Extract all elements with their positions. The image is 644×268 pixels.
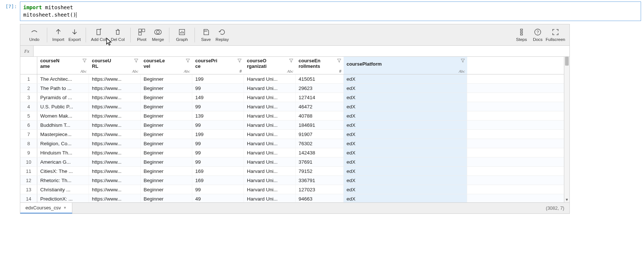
column-header-courseURL[interactable]: courseURL Abc: [89, 57, 141, 74]
fullscreen-button[interactable]: Fullscreen: [546, 25, 565, 45]
row-index[interactable]: 8: [20, 139, 37, 148]
cell-courseLevel[interactable]: Beginner: [141, 93, 192, 102]
filter-icon[interactable]: [461, 58, 465, 64]
cell-coursePlatform[interactable]: edX: [344, 111, 467, 120]
cell-courseLevel[interactable]: Beginner: [141, 102, 192, 111]
row-index[interactable]: 11: [20, 167, 37, 175]
cell-courseName[interactable]: American G...: [37, 157, 89, 166]
cell-courseEnrollments[interactable]: 127023: [296, 185, 344, 194]
cell-courseURL[interactable]: https://www...: [89, 93, 141, 102]
scrollbar-down-arrow[interactable]: ▼: [565, 198, 569, 202]
row-index[interactable]: 12: [20, 176, 37, 185]
cell-courseLevel[interactable]: Beginner: [141, 176, 192, 185]
cell-coursePrice[interactable]: 169: [192, 167, 244, 175]
cell-courseName[interactable]: Rhetoric: Th...: [37, 176, 89, 185]
cell-courseLevel[interactable]: Beginner: [141, 74, 192, 83]
cell-coursePlatform[interactable]: edX: [344, 148, 467, 157]
cell-courseOrganization[interactable]: Harvard Uni...: [244, 157, 296, 166]
cell-courseName[interactable]: CitiesX: The ...: [37, 167, 89, 175]
table-row[interactable]: 7Masterpiece...https://www...Beginner199…: [20, 130, 564, 139]
cell-courseOrganization[interactable]: Harvard Uni...: [244, 84, 296, 93]
cell-courseOrganization[interactable]: Harvard Uni...: [244, 139, 296, 148]
cell-courseName[interactable]: The Path to ...: [37, 84, 89, 93]
cell-courseName[interactable]: Buddhism T...: [37, 121, 89, 129]
table-row[interactable]: 5Women Mak...https://www...Beginner139Ha…: [20, 111, 564, 121]
save-button[interactable]: Save: [198, 25, 214, 45]
cell-courseOrganization[interactable]: Harvard Uni...: [244, 194, 296, 202]
table-row[interactable]: 2The Path to ...https://www...Beginner99…: [20, 84, 564, 93]
cell-courseEnrollments[interactable]: 79152: [296, 167, 344, 175]
cell-coursePrice[interactable]: 99: [192, 102, 244, 111]
cell-courseOrganization[interactable]: Harvard Uni...: [244, 148, 296, 157]
cell-coursePrice[interactable]: 199: [192, 130, 244, 139]
cell-courseName[interactable]: PredictionX: ...: [37, 194, 89, 202]
cell-courseEnrollments[interactable]: 127414: [296, 93, 344, 102]
cell-courseURL[interactable]: https://www...: [89, 130, 141, 139]
cell-courseLevel[interactable]: Beginner: [141, 167, 192, 175]
table-row[interactable]: 14PredictionX: ...https://www...Beginner…: [20, 194, 564, 202]
column-header-courseLevel[interactable]: courseLevel Abc: [141, 57, 192, 74]
cell-courseName[interactable]: Christianity ...: [37, 185, 89, 194]
cell-coursePlatform[interactable]: edX: [344, 167, 467, 175]
cell-courseURL[interactable]: https://www...: [89, 84, 141, 93]
row-index[interactable]: 2: [20, 84, 37, 93]
table-row[interactable]: 4U.S. Public P...https://www...Beginner9…: [20, 102, 564, 111]
column-header-courseOrganization[interactable]: courseOrganizati Abc: [244, 57, 296, 74]
filter-icon[interactable]: [186, 58, 190, 64]
row-index[interactable]: 1: [20, 74, 37, 83]
cell-courseName[interactable]: Pyramids of ...: [37, 93, 89, 102]
cell-courseOrganization[interactable]: Harvard Uni...: [244, 121, 296, 129]
pivot-button[interactable]: Pivot: [134, 25, 150, 45]
cell-coursePrice[interactable]: 169: [192, 176, 244, 185]
cell-courseOrganization[interactable]: Harvard Uni...: [244, 167, 296, 175]
cell-courseURL[interactable]: https://www...: [89, 102, 141, 111]
cell-coursePrice[interactable]: 99: [192, 157, 244, 166]
index-header[interactable]: [20, 57, 37, 74]
cell-coursePlatform[interactable]: edX: [344, 102, 467, 111]
row-index[interactable]: 10: [20, 157, 37, 166]
undo-button[interactable]: Undo: [25, 25, 44, 45]
table-row[interactable]: 6Buddhism T...https://www...Beginner99Ha…: [20, 121, 564, 130]
cell-courseOrganization[interactable]: Harvard Uni...: [244, 102, 296, 111]
table-row[interactable]: 11CitiesX: The ...https://www...Beginner…: [20, 167, 564, 176]
scrollbar-thumb[interactable]: [565, 57, 569, 66]
cell-courseEnrollments[interactable]: 91907: [296, 130, 344, 139]
cell-courseEnrollments[interactable]: 336791: [296, 176, 344, 185]
cell-courseOrganization[interactable]: Harvard Uni...: [244, 93, 296, 102]
add-column-button[interactable]: Add Col: [89, 25, 108, 45]
filter-icon[interactable]: [82, 58, 87, 64]
cell-courseName[interactable]: Masterpiece...: [37, 130, 89, 139]
cell-courseLevel[interactable]: Beginner: [141, 157, 192, 166]
cell-coursePlatform[interactable]: edX: [344, 185, 467, 194]
cell-courseURL[interactable]: https://www...: [89, 111, 141, 120]
row-index[interactable]: 5: [20, 111, 37, 120]
cell-coursePrice[interactable]: 99: [192, 139, 244, 148]
cell-courseName[interactable]: Religion, Co...: [37, 139, 89, 148]
cell-courseLevel[interactable]: Beginner: [141, 194, 192, 202]
cell-coursePlatform[interactable]: edX: [344, 74, 467, 83]
cell-courseOrganization[interactable]: Harvard Uni...: [244, 185, 296, 194]
cell-courseLevel[interactable]: Beginner: [141, 185, 192, 194]
cell-courseLevel[interactable]: Beginner: [141, 121, 192, 129]
cell-coursePlatform[interactable]: edX: [344, 130, 467, 139]
cell-courseName[interactable]: The Architec...: [37, 74, 89, 83]
table-row[interactable]: 3Pyramids of ...https://www...Beginner14…: [20, 93, 564, 102]
filter-icon[interactable]: [289, 58, 293, 64]
table-row[interactable]: 9Hinduism Th...https://www...Beginner99H…: [20, 148, 564, 157]
cell-coursePlatform[interactable]: edX: [344, 176, 467, 185]
cell-coursePrice[interactable]: 139: [192, 111, 244, 120]
cell-courseURL[interactable]: https://www...: [89, 148, 141, 157]
cell-courseName[interactable]: Hinduism Th...: [37, 148, 89, 157]
cell-courseEnrollments[interactable]: 40788: [296, 111, 344, 120]
cell-courseLevel[interactable]: Beginner: [141, 84, 192, 93]
cell-courseOrganization[interactable]: Harvard Uni...: [244, 111, 296, 120]
row-index[interactable]: 9: [20, 148, 37, 157]
cell-coursePrice[interactable]: 99: [192, 84, 244, 93]
cell-coursePlatform[interactable]: edX: [344, 194, 467, 202]
cell-courseURL[interactable]: https://www...: [89, 185, 141, 194]
row-index[interactable]: 4: [20, 102, 37, 111]
cell-courseName[interactable]: U.S. Public P...: [37, 102, 89, 111]
filter-icon[interactable]: [134, 58, 138, 64]
cell-coursePrice[interactable]: 99: [192, 121, 244, 129]
row-index[interactable]: 6: [20, 121, 37, 129]
